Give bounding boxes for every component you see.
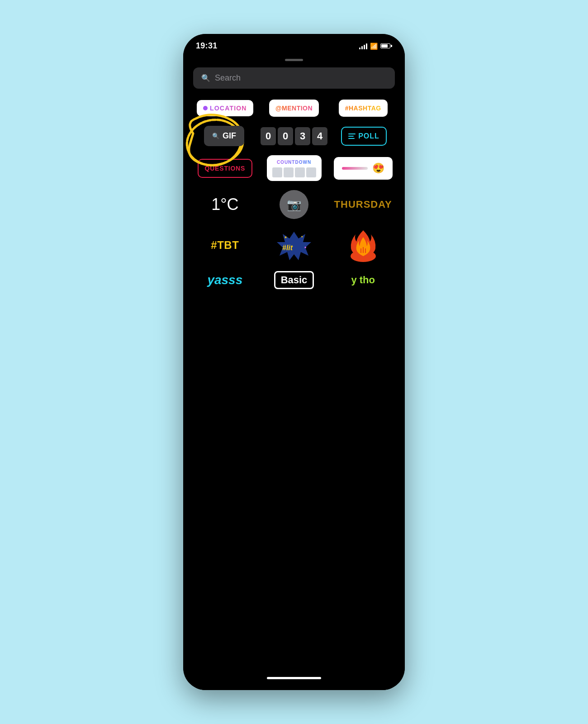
search-bar[interactable]: 🔍 Search [193, 67, 395, 89]
status-bar: 19:31 📶 [183, 34, 405, 54]
svg-text:#lit: #lit [282, 244, 293, 252]
phone-frame: 19:31 📶 🔍 Search [183, 34, 405, 690]
flame-sticker[interactable] [331, 228, 395, 262]
bottom-bar [183, 672, 405, 690]
home-indicator [267, 677, 321, 679]
mention-sticker[interactable]: @MENTION [262, 100, 326, 117]
timer-digit-4: 4 [312, 127, 327, 145]
countdown-label: COUNTDOWN [277, 160, 311, 165]
search-icon: 🔍 [201, 74, 210, 82]
location-label: LOCATION [210, 105, 247, 112]
slider-track [342, 167, 368, 170]
questions-sticker[interactable]: QUESTIONS [193, 159, 257, 178]
sticker-row-2: 🔍 GIF 0 0 3 4 [193, 126, 395, 146]
tbt-sticker[interactable]: #TBT [193, 239, 257, 252]
sticker-grid: LOCATION @MENTION #HASHTAG [183, 100, 405, 672]
location-pin-icon [203, 106, 208, 110]
drag-handle [285, 59, 303, 61]
questions-label: QUESTIONS [205, 165, 246, 172]
countdown-sticker[interactable]: COUNTDOWN [262, 155, 326, 181]
signal-icon [359, 43, 367, 49]
yasss-label: yasss [207, 273, 242, 287]
svg-text:★: ★ [304, 246, 307, 249]
ytho-label: y tho [351, 274, 375, 286]
gif-search-icon: 🔍 [212, 133, 219, 139]
camera-icon: 📷 [287, 198, 301, 212]
poll-sticker[interactable]: POLL [333, 127, 395, 146]
tbt-label: #TBT [211, 239, 239, 252]
thursday-sticker[interactable]: THURSDAY [331, 199, 395, 210]
basic-label: Basic [281, 274, 308, 286]
temperature-sticker[interactable]: 1°C [193, 195, 257, 214]
ytho-sticker[interactable]: y tho [331, 274, 395, 286]
status-time: 19:31 [196, 41, 218, 51]
battery-icon [380, 43, 392, 48]
flame-icon [347, 228, 379, 262]
sticker-row-5: #TBT ★ ★ ★ #lit [193, 228, 395, 262]
timer-digit-2: 0 [278, 127, 293, 145]
camera-sticker[interactable]: 📷 [262, 190, 326, 219]
status-icons: 📶 [359, 43, 392, 50]
gif-sticker[interactable]: 🔍 GIF [193, 126, 255, 146]
poll-lines-icon [348, 133, 356, 139]
svg-text:★: ★ [284, 235, 287, 239]
basic-sticker[interactable]: Basic [262, 271, 326, 289]
slider-sticker[interactable]: 😍 [331, 157, 395, 180]
wifi-icon: 📶 [370, 43, 378, 50]
gif-label: GIF [223, 131, 236, 141]
sticker-row-6: yasss Basic y tho [193, 271, 395, 289]
timer-sticker[interactable]: 0 0 3 4 [261, 127, 327, 145]
phone-content: 🔍 Search LOCATION @MENTION [183, 54, 405, 690]
thursday-label: THURSDAY [334, 199, 392, 210]
timer-digit-3: 3 [295, 127, 310, 145]
lit-sticker[interactable]: ★ ★ ★ #lit [262, 229, 326, 261]
mention-label: @MENTION [275, 105, 313, 112]
svg-text:★: ★ [301, 235, 303, 238]
lit-image: ★ ★ ★ #lit [276, 229, 312, 261]
hashtag-label: #HASHTAG [345, 105, 381, 112]
search-input[interactable]: Search [215, 73, 241, 83]
sticker-row-4: 1°C 📷 THURSDAY [193, 190, 395, 219]
poll-label: POLL [358, 132, 379, 140]
temperature-label: 1°C [211, 195, 238, 214]
hashtag-sticker[interactable]: #HASHTAG [331, 100, 395, 117]
slider-emoji: 😍 [372, 162, 384, 174]
sticker-row-1: LOCATION @MENTION #HASHTAG [193, 100, 395, 117]
timer-digit-1: 0 [261, 127, 276, 145]
sticker-row-3: QUESTIONS COUNTDOWN [193, 155, 395, 181]
location-sticker[interactable]: LOCATION [193, 100, 257, 116]
countdown-blocks [272, 167, 316, 177]
yasss-sticker[interactable]: yasss [193, 273, 257, 287]
